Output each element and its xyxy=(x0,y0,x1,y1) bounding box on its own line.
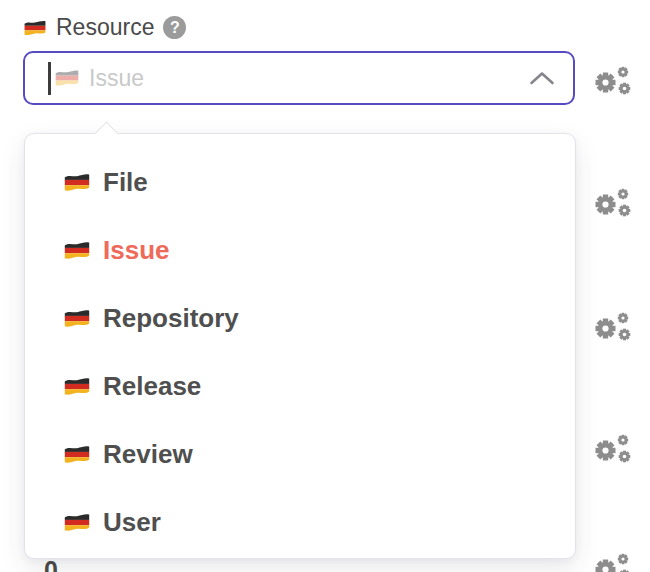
field-label-row: Resource ? xyxy=(23,14,186,41)
option-label: Issue xyxy=(103,235,170,266)
gears-icon[interactable] xyxy=(592,551,632,572)
option-repository[interactable]: Repository xyxy=(25,284,575,352)
german-flag-icon xyxy=(63,376,91,397)
german-flag-icon xyxy=(23,19,47,37)
field-label: Resource xyxy=(56,14,154,41)
gears-icon[interactable] xyxy=(592,64,632,98)
parameter-form: Resource ? Issue 0 File Issue Reposi xyxy=(0,0,650,572)
german-flag-icon xyxy=(63,308,91,329)
gears-icon[interactable] xyxy=(592,432,632,466)
text-cursor xyxy=(48,62,51,95)
german-flag-icon xyxy=(63,172,91,193)
option-label: Repository xyxy=(103,303,239,334)
chevron-up-icon[interactable] xyxy=(529,70,555,86)
dropdown-panel: File Issue Repository Release Review Use… xyxy=(24,133,576,559)
gears-icon[interactable] xyxy=(592,186,632,220)
option-issue[interactable]: Issue xyxy=(25,216,575,284)
german-flag-icon xyxy=(63,512,91,533)
option-label: File xyxy=(103,167,148,198)
german-flag-icon xyxy=(54,68,80,88)
help-icon[interactable]: ? xyxy=(163,16,186,39)
german-flag-icon xyxy=(63,444,91,465)
resource-combobox[interactable]: Issue xyxy=(23,51,575,105)
option-user[interactable]: User xyxy=(25,488,575,556)
option-label: Review xyxy=(103,439,193,470)
gears-icon[interactable] xyxy=(592,310,632,344)
option-label: Release xyxy=(103,371,201,402)
german-flag-icon xyxy=(63,240,91,261)
option-release[interactable]: Release xyxy=(25,352,575,420)
option-label: User xyxy=(103,507,161,538)
dropdown-options: File Issue Repository Release Review Use… xyxy=(25,134,575,558)
combobox-placeholder: Issue xyxy=(89,65,144,92)
option-review[interactable]: Review xyxy=(25,420,575,488)
option-file[interactable]: File xyxy=(25,148,575,216)
